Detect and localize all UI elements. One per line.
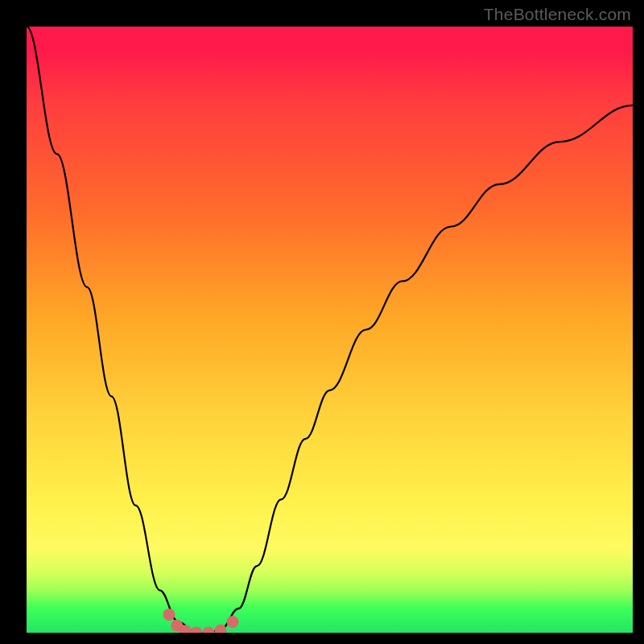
- curve-path: [27, 27, 633, 633]
- marker-dot: [163, 609, 175, 621]
- marker-dot: [202, 627, 214, 634]
- plot-area: [27, 27, 633, 633]
- watermark-text: TheBottleneck.com: [484, 5, 631, 24]
- marker-dot: [190, 627, 202, 634]
- marker-dot: [227, 616, 239, 628]
- bottleneck-curve: [27, 27, 633, 633]
- chart-frame: TheBottleneck.com: [0, 0, 644, 644]
